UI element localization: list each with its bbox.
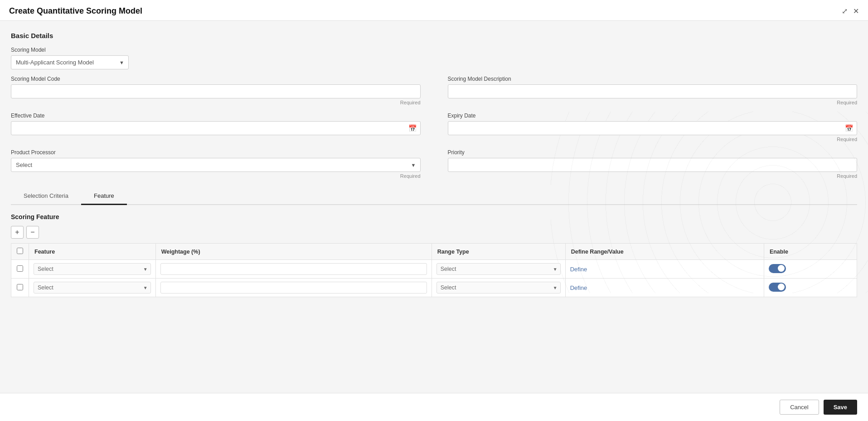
row2-enable-cell <box>764 279 857 297</box>
row1-enable-cell <box>764 260 857 279</box>
priority-label: Priority <box>448 149 858 156</box>
header-feature: Feature <box>29 244 156 260</box>
row2-toggle[interactable] <box>769 283 786 292</box>
scoring-feature-table: Feature Weightage (%) Range Type Define … <box>11 243 857 297</box>
row1-range-type-cell: Select ▼ <box>432 260 565 279</box>
add-row-button[interactable]: + <box>11 226 24 239</box>
basic-details-form: Scoring Model Code Required Scoring Mode… <box>11 76 857 179</box>
expiry-date-label: Expiry Date <box>448 113 858 119</box>
close-icon[interactable]: ✕ <box>853 7 859 15</box>
row1-feature-select[interactable]: Select <box>34 263 151 275</box>
table-controls: + − <box>11 226 857 239</box>
priority-required: Required <box>448 173 858 179</box>
save-button[interactable]: Save <box>824 400 857 415</box>
scoring-model-select-wrapper: Multi-Applicant Scoring Model Single App… <box>11 55 129 69</box>
expiry-date-wrapper: 📅 <box>448 121 858 135</box>
expiry-date-calendar-icon[interactable]: 📅 <box>845 124 853 132</box>
row2-range-type-cell: Select ▼ <box>432 279 565 297</box>
row2-feature-select-wrapper: Select ▼ <box>34 282 151 294</box>
row2-define-cell: Define <box>565 279 764 297</box>
priority-input[interactable] <box>448 158 858 172</box>
priority-group: Priority Required <box>448 149 858 179</box>
row1-range-type-select-wrapper: Select ▼ <box>436 263 561 275</box>
header-range-type: Range Type <box>432 244 565 260</box>
scoring-model-select[interactable]: Multi-Applicant Scoring Model Single App… <box>11 55 129 69</box>
row1-feature-select-wrapper: Select ▼ <box>34 263 151 275</box>
row1-range-type-select[interactable]: Select <box>436 263 561 275</box>
expiry-date-input[interactable] <box>448 121 858 135</box>
header-define-range-value: Define Range/Value <box>565 244 764 260</box>
scoring-model-desc-label: Scoring Model Description <box>448 76 858 82</box>
expand-icon[interactable]: ⤢ <box>842 7 848 15</box>
scoring-model-group: Scoring Model Multi-Applicant Scoring Mo… <box>11 47 129 69</box>
table-header-row: Feature Weightage (%) Range Type Define … <box>11 244 857 260</box>
tab-selection-criteria[interactable]: Selection Criteria <box>11 188 81 205</box>
scoring-model-label: Scoring Model <box>11 47 129 53</box>
row2-range-type-select-wrapper: Select ▼ <box>436 282 561 294</box>
expiry-date-group: Expiry Date 📅 Required <box>448 113 858 142</box>
tabs-container: Selection Criteria Feature <box>11 188 857 205</box>
row1-checkbox-cell <box>11 260 29 279</box>
product-processor-label: Product Processor <box>11 149 421 156</box>
table-row: Select ▼ Select <box>11 279 857 297</box>
header-enable: Enable <box>764 244 857 260</box>
tab-feature[interactable]: Feature <box>81 188 127 205</box>
modal-title: Create Quantitative Scoring Model <box>9 6 142 16</box>
scoring-model-code-group: Scoring Model Code Required <box>11 76 421 105</box>
scoring-model-code-label: Scoring Model Code <box>11 76 421 82</box>
row1-feature-cell: Select ▼ <box>29 260 156 279</box>
effective-date-input[interactable]: September 30, 2020 <box>11 121 421 135</box>
scoring-model-desc-group: Scoring Model Description Required <box>448 76 858 105</box>
row2-checkbox-cell <box>11 279 29 297</box>
effective-date-group: Effective Date September 30, 2020 📅 <box>11 113 421 142</box>
scoring-model-code-required: Required <box>11 100 421 105</box>
product-processor-select-wrapper: Select ▼ <box>11 158 421 172</box>
remove-icon: − <box>30 228 34 236</box>
scoring-model-desc-input[interactable] <box>448 84 858 98</box>
row2-checkbox[interactable] <box>17 284 23 290</box>
scoring-feature-title: Scoring Feature <box>11 213 857 220</box>
product-processor-required: Required <box>11 173 421 179</box>
product-processor-select[interactable]: Select <box>11 158 421 172</box>
effective-date-calendar-icon[interactable]: 📅 <box>408 124 417 132</box>
scoring-model-code-input[interactable] <box>11 84 421 98</box>
remove-row-button[interactable]: − <box>26 226 39 239</box>
modal-header: Create Quantitative Scoring Model ⤢ ✕ <box>0 0 868 21</box>
effective-date-wrapper: September 30, 2020 📅 <box>11 121 421 135</box>
row1-toggle[interactable] <box>769 264 786 273</box>
header-checkbox-cell <box>11 244 29 260</box>
row1-define-cell: Define <box>565 260 764 279</box>
cancel-button[interactable]: Cancel <box>780 400 819 415</box>
product-processor-group: Product Processor Select ▼ Required <box>11 149 421 179</box>
scoring-feature-section: Scoring Feature + − Feature <box>11 213 857 297</box>
row2-weightage-cell <box>155 279 432 297</box>
modal-body: Basic Details Scoring Model Multi-Applic… <box>0 21 868 393</box>
row2-feature-cell: Select ▼ <box>29 279 156 297</box>
create-scoring-model-modal: Create Quantitative Scoring Model ⤢ ✕ Ba… <box>0 0 868 421</box>
basic-details-title: Basic Details <box>11 32 857 39</box>
row2-define-link[interactable]: Define <box>570 284 587 291</box>
row2-weightage-input[interactable] <box>160 282 427 294</box>
expiry-date-required: Required <box>448 137 858 142</box>
row1-define-link[interactable]: Define <box>570 266 587 273</box>
row2-range-type-select[interactable]: Select <box>436 282 561 294</box>
add-icon: + <box>15 228 19 236</box>
row1-checkbox[interactable] <box>17 265 23 272</box>
table-row: Select ▼ Select <box>11 260 857 279</box>
row1-weightage-input[interactable] <box>160 263 427 275</box>
effective-date-label: Effective Date <box>11 113 421 119</box>
select-all-checkbox[interactable] <box>17 248 23 254</box>
header-icons: ⤢ ✕ <box>842 7 859 15</box>
modal-footer: Cancel Save <box>0 393 868 421</box>
scoring-model-desc-required: Required <box>448 100 858 105</box>
row1-weightage-cell <box>155 260 432 279</box>
header-weightage: Weightage (%) <box>155 244 432 260</box>
row2-feature-select[interactable]: Select <box>34 282 151 294</box>
